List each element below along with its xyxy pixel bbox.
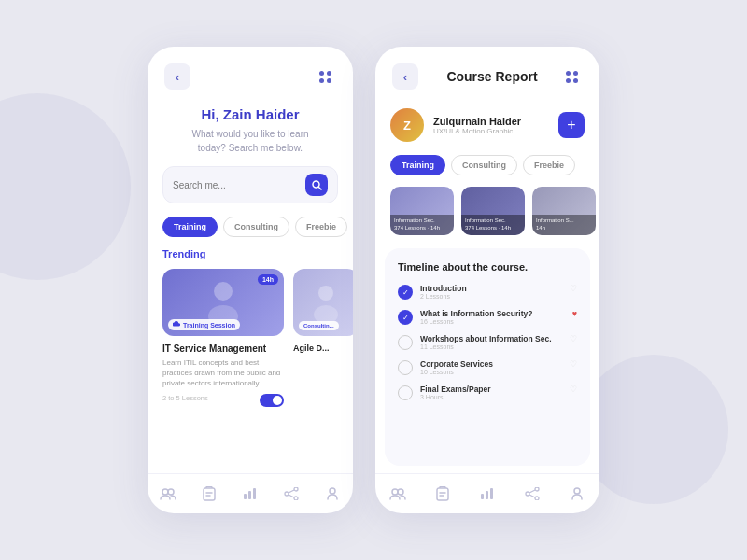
dot-4 bbox=[327, 78, 331, 83]
svg-point-29 bbox=[526, 492, 529, 496]
bottom-nav-right bbox=[375, 473, 599, 513]
nav-community-left[interactable] bbox=[158, 483, 178, 504]
profile-icon-right bbox=[571, 487, 583, 500]
community-icon-right bbox=[389, 487, 406, 500]
tab-training-right[interactable]: Training bbox=[390, 155, 445, 175]
profile-row: Z Zulqurnain Haider UX/UI & Motion Graph… bbox=[375, 99, 599, 155]
timeline-check-2 bbox=[398, 335, 413, 350]
nav-share-left[interactable] bbox=[281, 483, 302, 504]
dot-1 bbox=[319, 71, 324, 76]
timeline-item-title-2: Workshops about Information Sec. bbox=[420, 334, 562, 343]
nav-clipboard-left[interactable] bbox=[199, 483, 219, 504]
community-icon-left bbox=[160, 487, 176, 500]
course-badge-2: Consultin... bbox=[299, 321, 339, 330]
svg-point-15 bbox=[285, 492, 289, 496]
profile-name: Zulqurnain Haider bbox=[433, 116, 549, 127]
timeline-item-sub-0: 2 Lessons bbox=[420, 293, 562, 300]
timeline-text-2: Workshops about Information Sec. 11 Less… bbox=[420, 334, 562, 350]
course-image-1: Training Session 14h bbox=[162, 269, 284, 336]
course-desc-1: Learn ITIL concepts and best practices d… bbox=[162, 357, 284, 389]
greeting-title: Hi, Zain Haider bbox=[162, 106, 338, 122]
toggle-1[interactable] bbox=[260, 394, 284, 407]
thumb-label-2: Information Sec.374 Lessons · 14h bbox=[461, 215, 525, 235]
tab-consulting-left[interactable]: Consulting bbox=[223, 217, 289, 237]
timeline-item-title-3: Corporate Services bbox=[420, 359, 562, 369]
svg-rect-22 bbox=[437, 488, 448, 500]
timeline-check-1: ✓ bbox=[398, 310, 413, 325]
timeline-heart-2[interactable]: ♡ bbox=[570, 334, 577, 343]
share-icon-right bbox=[525, 487, 540, 500]
chart-icon-right bbox=[480, 487, 495, 500]
cloud-icon bbox=[173, 321, 180, 329]
thumbnail-3[interactable]: Information S...14h bbox=[532, 187, 596, 235]
course-report-title: Course Report bbox=[446, 69, 537, 84]
tab-freebie-left[interactable]: Freebie bbox=[295, 217, 347, 237]
back-button-left[interactable]: ‹ bbox=[164, 63, 190, 90]
right-header: ‹ Course Report bbox=[375, 47, 599, 99]
timeline-item-4: Final Exams/Paper 3 Hours ♡ bbox=[398, 385, 577, 400]
thumbnail-2[interactable]: Information Sec.374 Lessons · 14h bbox=[461, 187, 525, 235]
chart-icon-left bbox=[243, 487, 258, 500]
timeline-check-0: ✓ bbox=[398, 285, 413, 300]
search-input[interactable] bbox=[173, 180, 305, 190]
nav-chart-left[interactable] bbox=[240, 483, 261, 504]
menu-dots-left[interactable] bbox=[319, 71, 336, 83]
nav-chart-right[interactable] bbox=[477, 483, 498, 504]
greeting-subtitle: What would you like to learntoday? Searc… bbox=[162, 127, 338, 155]
nav-community-right[interactable] bbox=[388, 483, 408, 504]
svg-line-31 bbox=[529, 490, 535, 493]
timeline-item-title-1: What is Information Security? bbox=[420, 309, 565, 318]
svg-point-2 bbox=[214, 282, 233, 301]
search-button[interactable] bbox=[305, 174, 328, 196]
course-badge-1: Training Session bbox=[168, 319, 240, 330]
timeline-heart-3[interactable]: ♡ bbox=[570, 359, 577, 369]
nav-share-right[interactable] bbox=[522, 483, 543, 504]
profile-info: Zulqurnain Haider UX/UI & Motion Graphic bbox=[433, 116, 549, 135]
thumbnail-1[interactable]: Information Sec.374 Lessons · 14h bbox=[390, 187, 454, 235]
timeline-heart-0[interactable]: ♡ bbox=[570, 284, 577, 293]
svg-line-1 bbox=[318, 187, 321, 189]
clipboard-icon-left bbox=[203, 486, 216, 501]
course-card-2[interactable]: Consultin... Agile D... bbox=[293, 269, 353, 409]
timeline-item-sub-2: 11 Lessons bbox=[420, 343, 562, 350]
tab-consulting-right[interactable]: Consulting bbox=[451, 155, 517, 175]
dot-3 bbox=[319, 78, 324, 83]
add-button[interactable]: + bbox=[558, 112, 585, 138]
timeline-check-4 bbox=[398, 385, 413, 400]
tab-training-left[interactable]: Training bbox=[162, 217, 218, 237]
thumb-label-1: Information Sec.374 Lessons · 14h bbox=[390, 215, 454, 235]
timeline-text-1: What is Information Security? 16 Lessons bbox=[420, 309, 565, 325]
svg-point-6 bbox=[162, 489, 168, 495]
nav-profile-left[interactable] bbox=[322, 483, 343, 504]
timeline-item-sub-3: 10 Lessons bbox=[420, 369, 562, 375]
menu-dots-right[interactable] bbox=[566, 71, 583, 83]
tab-freebie-right[interactable]: Freebie bbox=[523, 155, 575, 175]
bg-decoration-2 bbox=[579, 355, 728, 504]
dot-2 bbox=[327, 71, 331, 76]
filter-tabs-right: Training Consulting Freebie bbox=[375, 155, 599, 187]
nav-profile-right[interactable] bbox=[567, 483, 587, 504]
timeline-check-3 bbox=[398, 360, 413, 375]
svg-rect-25 bbox=[481, 494, 484, 499]
svg-rect-12 bbox=[248, 491, 251, 499]
svg-rect-27 bbox=[490, 488, 493, 499]
timeline-text-0: Introduction 2 Lessons bbox=[420, 284, 562, 300]
timeline-heart-4[interactable]: ♡ bbox=[570, 385, 577, 394]
svg-rect-8 bbox=[204, 488, 215, 500]
bg-decoration-1 bbox=[0, 93, 131, 280]
timeline-item-1: ✓ What is Information Security? 16 Lesso… bbox=[398, 309, 577, 325]
share-icon-left bbox=[284, 487, 299, 500]
greeting-section: Hi, Zain Haider What would you like to l… bbox=[148, 97, 353, 166]
svg-point-30 bbox=[535, 497, 539, 500]
nav-clipboard-right[interactable] bbox=[432, 483, 453, 504]
search-bar[interactable] bbox=[162, 166, 338, 203]
timeline-title: Timeline about the course. bbox=[398, 261, 577, 273]
course-card-1[interactable]: Training Session 14h IT Service Manageme… bbox=[162, 269, 284, 409]
course-image-2: Consultin... bbox=[293, 269, 353, 336]
back-button-right[interactable]: ‹ bbox=[392, 63, 418, 90]
timeline-heart-1[interactable]: ♥ bbox=[572, 309, 577, 318]
svg-point-20 bbox=[392, 489, 398, 495]
left-header: ‹ bbox=[148, 47, 353, 97]
dot-r-2 bbox=[573, 71, 578, 76]
svg-rect-13 bbox=[253, 488, 256, 499]
